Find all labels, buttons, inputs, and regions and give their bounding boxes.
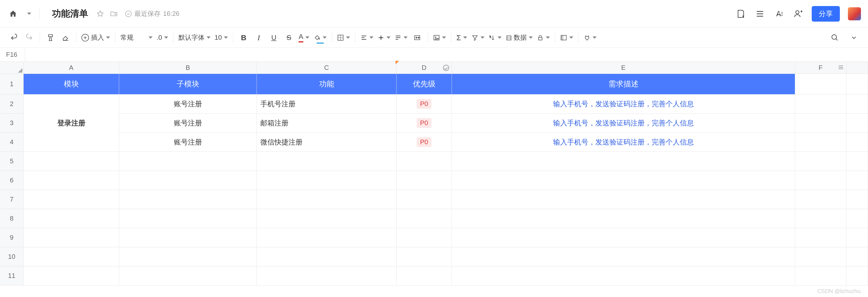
cell-d5[interactable] — [397, 152, 452, 171]
dropdown-validation-icon[interactable] — [443, 65, 449, 71]
cell-d2[interactable]: P0 — [397, 95, 452, 113]
cell-c8[interactable] — [257, 209, 397, 228]
cell-d3[interactable]: P0 — [397, 113, 452, 133]
cell-c9[interactable] — [257, 228, 397, 247]
cell-e4[interactable]: 输入手机号，发送验证码注册，完善个人信息 — [452, 133, 795, 152]
cell-c4[interactable]: 微信快捷注册 — [257, 133, 397, 152]
cell-f1[interactable] — [795, 74, 846, 95]
filter-button[interactable] — [470, 31, 486, 45]
merge-button[interactable] — [410, 31, 424, 45]
cell-c6[interactable] — [257, 171, 397, 190]
cell-f3[interactable] — [795, 113, 846, 133]
font-family-button[interactable]: 默认字体 — [177, 31, 212, 45]
bold-button[interactable]: B — [237, 31, 251, 45]
row-head-4[interactable]: 4 — [0, 133, 24, 152]
row-head-8[interactable]: 8 — [0, 209, 24, 228]
cell-b2[interactable]: 账号注册 — [119, 95, 257, 113]
note-add-button[interactable] — [735, 8, 746, 19]
text-style-button[interactable] — [774, 8, 784, 19]
home-button[interactable] — [7, 8, 19, 20]
freeze-button[interactable] — [559, 31, 575, 45]
col-head-f[interactable]: F — [795, 62, 846, 74]
share-button[interactable]: 分享 — [812, 6, 840, 22]
insert-button[interactable]: +插入 — [80, 31, 112, 45]
collapse-toolbar-button[interactable] — [847, 31, 861, 45]
row-head-5[interactable]: 5 — [0, 152, 24, 171]
cell-a10[interactable] — [24, 247, 119, 266]
row-head-2[interactable]: 2 — [0, 95, 24, 113]
redo-button[interactable] — [22, 31, 36, 45]
cell-e3[interactable]: 输入手机号，发送验证码注册，完善个人信息 — [452, 113, 795, 133]
number-format-button[interactable]: 常规 — [119, 31, 154, 45]
cell-e5[interactable] — [452, 152, 795, 171]
star-button[interactable] — [96, 9, 105, 18]
cell-a5[interactable] — [24, 152, 119, 171]
cell-e11[interactable] — [452, 266, 795, 286]
col-head-d[interactable]: D — [397, 62, 452, 74]
data-button[interactable]: 数据 — [504, 31, 534, 45]
row-head-3[interactable]: 3 — [0, 113, 24, 133]
cell-d8[interactable] — [397, 209, 452, 228]
header-cell-module[interactable]: 模块 — [24, 74, 119, 95]
cell-a7[interactable] — [24, 190, 119, 209]
cell-c11[interactable] — [257, 266, 397, 286]
row-head-11[interactable]: 11 — [0, 266, 24, 286]
cell-f5[interactable] — [795, 152, 846, 171]
cell-d7[interactable] — [397, 190, 452, 209]
cell-a11[interactable] — [24, 266, 119, 286]
cell-b6[interactable] — [119, 171, 257, 190]
cell-f8[interactable] — [795, 209, 846, 228]
cell-d9[interactable] — [397, 228, 452, 247]
header-cell-priority[interactable]: 优先级 — [397, 74, 452, 95]
cell-b3[interactable]: 账号注册 — [119, 113, 257, 133]
sum-button[interactable]: Σ — [455, 31, 469, 45]
cell-d11[interactable] — [397, 266, 452, 286]
cell-f2[interactable] — [795, 95, 846, 113]
row-head-10[interactable]: 10 — [0, 247, 24, 266]
user-avatar[interactable] — [848, 7, 861, 20]
cell-c5[interactable] — [257, 152, 397, 171]
italic-button[interactable]: I — [252, 31, 266, 45]
move-button[interactable] — [109, 9, 118, 18]
cell-b11[interactable] — [119, 266, 257, 286]
cell-a6[interactable] — [24, 171, 119, 190]
align-h-button[interactable] — [359, 31, 375, 45]
cell-f7[interactable] — [795, 190, 846, 209]
cell-e10[interactable] — [452, 247, 795, 266]
cell-b7[interactable] — [119, 190, 257, 209]
strikethrough-button[interactable]: S — [282, 31, 296, 45]
document-title[interactable]: 功能清单 — [52, 7, 88, 20]
cell-c7[interactable] — [257, 190, 397, 209]
search-button[interactable] — [828, 31, 842, 45]
col-head-e[interactable]: E — [452, 62, 795, 74]
header-cell-desc[interactable]: 需求描述 — [452, 74, 795, 95]
underline-button[interactable]: U — [267, 31, 281, 45]
cell-b8[interactable] — [119, 209, 257, 228]
select-all-corner[interactable] — [0, 62, 24, 74]
font-size-button[interactable]: 10 — [213, 31, 229, 45]
cell-e9[interactable] — [452, 228, 795, 247]
cell-e8[interactable] — [452, 209, 795, 228]
row-head-1[interactable]: 1 — [0, 74, 24, 95]
plugin-button[interactable] — [582, 31, 598, 45]
sort-button[interactable] — [487, 31, 503, 45]
fill-color-button[interactable] — [312, 31, 328, 45]
border-button[interactable] — [336, 31, 351, 45]
row-head-9[interactable]: 9 — [0, 228, 24, 247]
align-v-button[interactable] — [376, 31, 392, 45]
paint-format-button[interactable] — [43, 31, 58, 45]
cell-a8[interactable] — [24, 209, 119, 228]
undo-button[interactable] — [7, 31, 21, 45]
cell-a-merged[interactable]: 登录注册 — [24, 95, 119, 152]
spreadsheet-grid[interactable]: A B C D E F 1 模块 子模块 功能 优先级 需求描述 2 登录注册 … — [0, 62, 868, 286]
wrap-button[interactable] — [393, 31, 409, 45]
row-head-6[interactable]: 6 — [0, 171, 24, 190]
cell-f4[interactable] — [795, 133, 846, 152]
cell-b10[interactable] — [119, 247, 257, 266]
cell-d4[interactable]: P0 — [397, 133, 452, 152]
cell-d6[interactable] — [397, 171, 452, 190]
cell-f9[interactable] — [795, 228, 846, 247]
cell-c2[interactable]: 手机号注册 — [257, 95, 397, 113]
cell-e2[interactable]: 输入手机号，发送验证码注册，完善个人信息 — [452, 95, 795, 113]
cell-f10[interactable] — [795, 247, 846, 266]
